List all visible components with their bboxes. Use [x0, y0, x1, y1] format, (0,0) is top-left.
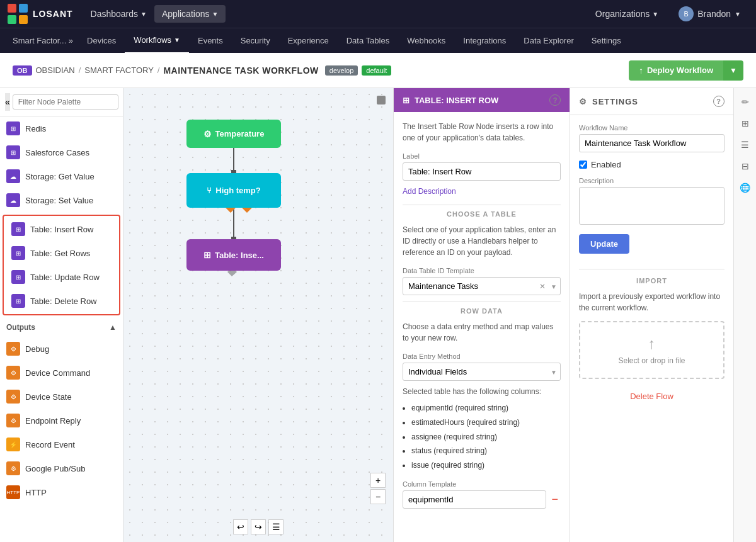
device-command-icon: ⚙ — [6, 366, 20, 380]
redo-button[interactable]: ↪ — [251, 519, 266, 534]
endpoint-reply-icon: ⚙ — [6, 414, 20, 427]
app-badge: OB — [13, 65, 32, 76]
app-breadcrumb[interactable]: Smart Factor... » — [8, 36, 78, 45]
import-description: Import a previously exported workflow in… — [579, 291, 724, 313]
choose-table-desc: Select one of your application tables, e… — [403, 224, 561, 258]
sidebar-content: ⊞ Redis ⊞ Salesforce Cases ☁ Storage: Ge… — [0, 116, 123, 542]
node-temperature[interactable]: ⚙ Temperature — [186, 120, 281, 148]
deploy-workflow-button[interactable]: ↑ Deploy Workflow — [629, 60, 723, 81]
column-template-remove-button[interactable]: − — [549, 492, 561, 506]
undo-button[interactable]: ↩ — [233, 519, 248, 534]
description-textarea[interactable] — [579, 187, 724, 225]
sidebar-collapse-button[interactable]: « — [5, 93, 10, 111]
breadcrumb: OB OBSIDIAN / SMART FACTORY / MAINTENANC… — [13, 65, 391, 76]
breadcrumb-workflow-name[interactable]: SMART FACTORY — [84, 65, 154, 75]
canvas-history-controls: ↩ ↪ ☰ — [233, 519, 284, 534]
workflow-canvas[interactable]: ⚙ Temperature ⑂ High temp? ⊞ Table: Inse… — [123, 88, 393, 542]
subnav-experience[interactable]: Experience — [279, 28, 338, 54]
data-entry-select[interactable]: Individual Fields — [403, 363, 561, 381]
deploy-icon: ↑ — [639, 65, 643, 76]
debug-icon: ⚙ — [6, 342, 20, 356]
sidebar-item-google-pubsub[interactable]: ⚙ Google Pub/Sub — [0, 456, 123, 480]
dashboards-nav[interactable]: Dashboards ▼ — [83, 5, 154, 23]
table-update-icon: ⊞ — [11, 270, 25, 284]
canvas-placeholder — [377, 96, 386, 104]
settings-panel: ⚙ SETTINGS ? Workflow Name Enabled Descr… — [570, 88, 733, 542]
organizations-nav[interactable]: Organizations ▼ — [588, 5, 666, 23]
data-table-select[interactable]: Maintenance Tasks — [403, 277, 561, 295]
canvas-menu-button[interactable]: ☰ — [268, 519, 284, 534]
badge-default: default — [362, 65, 391, 76]
record-event-icon: ⚡ — [6, 438, 20, 451]
column-template-input[interactable] — [403, 490, 546, 509]
branch-icon: ⑂ — [207, 186, 212, 195]
applications-nav[interactable]: Applications ▼ — [154, 5, 226, 23]
filter-node-input[interactable] — [13, 94, 118, 110]
sidebar-item-device-state[interactable]: ⚙ Device State — [0, 385, 123, 409]
settings-help-icon[interactable]: ? — [713, 96, 724, 107]
sidebar-item-endpoint-reply[interactable]: ⚙ Endpoint Reply — [0, 409, 123, 432]
outputs-section-header[interactable]: Outputs ▲ — [0, 318, 123, 337]
column-assignee: assignee (required string) — [411, 430, 561, 444]
select-clear-icon[interactable]: ✕ — [539, 282, 546, 291]
user-menu[interactable]: B Brandon ▼ — [671, 3, 748, 25]
import-section-title: IMPORT — [579, 277, 724, 285]
update-button[interactable]: Update — [579, 234, 629, 254]
icon-bar-edit[interactable]: ✏ — [736, 93, 754, 111]
redis-icon: ⊞ — [6, 121, 20, 135]
node-label-input[interactable] — [403, 162, 561, 181]
breadcrumb-current: MAINTENANCE TASK WORKFLOW — [163, 65, 318, 76]
panel-help-icon[interactable]: ? — [549, 94, 561, 106]
subnav-webhooks[interactable]: Webhooks — [398, 28, 454, 54]
subnav-integrations[interactable]: Integrations — [454, 28, 515, 54]
sidebar-item-storage-get[interactable]: ☁ Storage: Get Value — [0, 164, 123, 188]
panel-header: ⊞ TABLE: INSERT ROW ? — [394, 88, 570, 112]
subnav-events[interactable]: Events — [189, 28, 232, 54]
add-description-link[interactable]: Add Description — [403, 187, 561, 196]
sidebar-item-device-command[interactable]: ⚙ Device Command — [0, 361, 123, 385]
zoom-in-button[interactable]: + — [370, 473, 386, 488]
enabled-checkbox[interactable] — [579, 161, 587, 169]
import-drop-area[interactable]: ↑ Select or drop in file — [579, 321, 724, 379]
subnav-security[interactable]: Security — [232, 28, 279, 54]
sidebar-item-http[interactable]: HTTP HTTP — [0, 480, 123, 504]
sidebar-item-redis[interactable]: ⊞ Redis — [0, 116, 123, 140]
row-data-desc: Choose a data entry method and map value… — [403, 321, 561, 344]
deploy-dropdown-button[interactable]: ▼ — [723, 60, 743, 81]
table-insert-canvas-icon: ⊞ — [203, 250, 211, 260]
sidebar-item-table-update[interactable]: ⊞ Table: Update Row — [5, 265, 118, 289]
node-table-insert[interactable]: ⊞ Table: Inse... — [186, 239, 281, 271]
sidebar-item-salesforce[interactable]: ⊞ Salesforce Cases — [0, 140, 123, 164]
svg-rect-3 — [19, 15, 28, 24]
sidebar-item-table-insert[interactable]: ⊞ Table: Insert Row — [5, 217, 118, 241]
node-palette: « ⊞ Redis ⊞ Salesforce Cases ☁ Storage: … — [0, 88, 123, 542]
workflow-name-input[interactable] — [579, 134, 724, 152]
sidebar-item-debug[interactable]: ⚙ Debug — [0, 337, 123, 361]
storage-get-icon: ☁ — [6, 169, 20, 183]
subnav-data-tables[interactable]: Data Tables — [338, 28, 398, 54]
subnav-workflows[interactable]: Workflows ▼ — [125, 28, 189, 54]
icon-bar-globe[interactable]: 🌐 — [736, 179, 754, 196]
table-get-icon: ⊞ — [11, 246, 25, 260]
choose-table-section-title: CHOOSE A TABLE — [403, 210, 561, 218]
sidebar-item-record-event[interactable]: ⚡ Record Event — [0, 432, 123, 456]
data-entry-select-wrap: Individual Fields ▼ — [403, 363, 561, 381]
icon-bar-grid[interactable]: ⊟ — [736, 157, 754, 175]
node-hightemp[interactable]: ⑂ High temp? — [186, 173, 281, 208]
toolbar: OB OBSIDIAN / SMART FACTORY / MAINTENANC… — [0, 53, 756, 88]
sidebar-item-table-get[interactable]: ⊞ Table: Get Rows — [5, 241, 118, 265]
device-state-icon: ⚙ — [6, 390, 20, 404]
icon-bar-list[interactable]: ☰ — [736, 136, 754, 154]
breadcrumb-app-name[interactable]: OBSIDIAN — [36, 65, 75, 75]
canvas-zoom-controls: + − — [370, 473, 386, 504]
delete-flow-button[interactable]: Delete Flow — [579, 389, 724, 404]
subnav-data-explorer[interactable]: Data Explorer — [515, 28, 582, 54]
sidebar-item-storage-set[interactable]: ☁ Storage: Set Value — [0, 188, 123, 212]
zoom-out-button[interactable]: − — [370, 489, 386, 504]
icon-bar-flow[interactable]: ⊞ — [736, 115, 754, 132]
thermometer-icon: ⚙ — [203, 129, 212, 139]
svg-rect-0 — [8, 4, 16, 13]
subnav-settings[interactable]: Settings — [583, 28, 630, 54]
subnav-devices[interactable]: Devices — [78, 28, 125, 54]
sidebar-item-table-delete[interactable]: ⊞ Table: Delete Row — [5, 289, 118, 313]
